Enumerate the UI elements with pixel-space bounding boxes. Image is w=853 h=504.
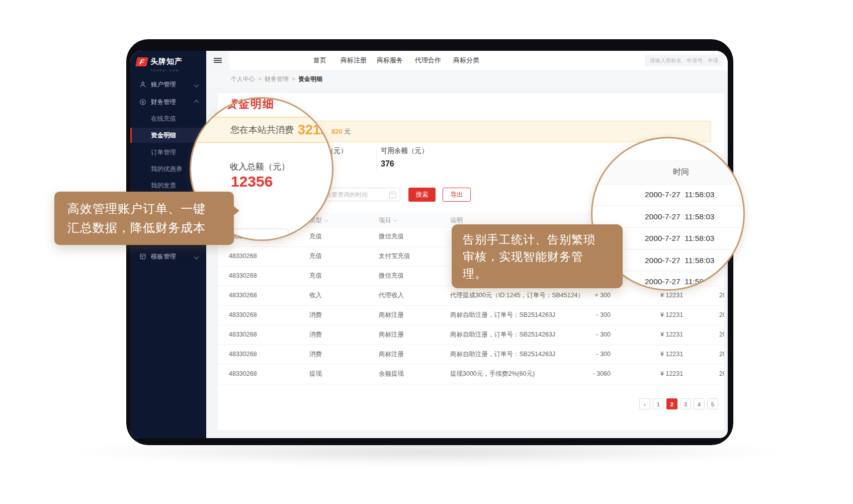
pagination-page-5[interactable]: 5: [707, 398, 718, 409]
magnified-time: 2000-7-27 11:58:03: [645, 234, 714, 243]
logo-title-text: 头牌知产: [150, 57, 183, 65]
table-row: 48330268 提现 余额提现 提现3000元，手续费2%(60元) - 30…: [218, 364, 724, 384]
cell-type: 充值: [309, 266, 322, 286]
sidebar-item-label: 我的发票: [151, 182, 176, 190]
cell-balance: ¥ 12231: [660, 364, 683, 384]
cell-time: 2000-7-27: [719, 325, 724, 345]
top-navbar: 首页 商标注册 商标服务 代理合作 商标分类: [206, 51, 728, 70]
cell-time: 2000-7-27: [719, 364, 724, 384]
sidebar-item-label: 订单管理: [151, 148, 176, 157]
cell-desc: 提现3000元，手续费2%(60元): [450, 364, 535, 384]
cell-amount: - 300: [570, 345, 611, 364]
sidebar-item-label: 财务管理: [151, 98, 176, 107]
nav-agent-coop[interactable]: 代理合作: [415, 51, 441, 70]
cell-desc: 商标自助注册，订单号：SB2514263J: [450, 325, 555, 345]
breadcrumb-part[interactable]: 财务管理: [265, 75, 289, 82]
divider: [592, 205, 743, 206]
cell-type: 消费: [309, 325, 322, 345]
table-row: 48330268 消费 商标注册 商标自助注册，订单号：SB2514263J -…: [218, 345, 724, 365]
magnified-time: 2000-7-27 11:58:03: [645, 256, 714, 265]
pagination-page-4[interactable]: 4: [694, 398, 705, 409]
cell-time: 2000-7-27: [719, 286, 724, 305]
pagination-page-1[interactable]: 1: [653, 398, 664, 409]
magnified-income-label: 收入总额（元）: [230, 161, 290, 173]
banner-amount-value: 820: [331, 128, 343, 135]
nav-home[interactable]: 首页: [313, 51, 326, 70]
sidebar-item-label: 模板管理: [151, 253, 176, 261]
magnified-banner-prefix: 您在本站共消费: [230, 124, 294, 136]
cell-amount: + 300: [570, 286, 611, 305]
table-row: 48330268 消费 商标注册 商标自助注册，订单号：SB2514263J -…: [218, 325, 724, 345]
hamburger-icon: [214, 57, 222, 64]
table-row: 48330268 消费 商标注册 商标自助注册，订单号：SB2514263J -…: [218, 305, 724, 325]
magnified-income-value: 12356: [231, 173, 273, 190]
cell-amount: - 300: [570, 305, 611, 325]
breadcrumb-bar: 个人中心>财务管理>资金明细: [206, 70, 728, 88]
export-button[interactable]: 导出: [443, 188, 471, 202]
cell-order: 48330268: [229, 246, 257, 266]
search-button[interactable]: 搜索: [408, 188, 436, 202]
logo-icon: F: [135, 57, 148, 66]
breadcrumb: 个人中心>财务管理>资金明细: [231, 70, 322, 88]
cell-project: 微信充值: [379, 266, 404, 286]
stat-balance-label: 可用余额（元）: [381, 146, 429, 155]
sidebar-item-label: 我的优惠券: [151, 165, 183, 174]
breadcrumb-current: 资金明细: [298, 75, 322, 82]
canvas: F 头牌知产 TOUPAI.COM 账户管理: [0, 0, 853, 504]
cell-project: 商标注册: [379, 325, 404, 345]
cell-balance: ¥ 12231: [660, 305, 683, 325]
cell-desc: 商标自助注册，订单号：SB2514263J: [450, 345, 555, 364]
breadcrumb-separator: >: [292, 75, 295, 82]
sort-caret-icon[interactable]: [324, 218, 328, 222]
chevron-down-icon: [194, 82, 199, 87]
pagination-prev[interactable]: ‹: [639, 398, 650, 409]
global-search-input[interactable]: [645, 54, 723, 66]
cell-desc: 代理提成300元（ID:1245，订单号：SB45124）: [450, 286, 584, 305]
sidebar-item-account[interactable]: 账户管理: [130, 77, 206, 92]
cell-amount: - 300: [570, 325, 611, 345]
magnified-time: 2000-7-27 11:58:03: [645, 190, 714, 199]
cell-amount: - 3060: [570, 364, 611, 384]
nav-trademark-register[interactable]: 商标注册: [340, 51, 367, 70]
tooltip-right: 告别手工统计、告别繁琐 审核，实现智能财务管 理。: [452, 224, 623, 288]
th-project[interactable]: 项目: [379, 213, 397, 228]
cell-order: 48330268: [229, 345, 257, 364]
chevron-up-icon: [194, 100, 199, 105]
cell-order: 48330268: [229, 305, 257, 325]
cell-order: 48330268: [229, 286, 257, 305]
cell-type: 充值: [309, 246, 322, 266]
menu-toggle[interactable]: [206, 51, 229, 70]
pagination-page-3[interactable]: 3: [680, 398, 691, 409]
calendar-icon[interactable]: [389, 192, 396, 198]
nav-trademark-category[interactable]: 商标分类: [453, 51, 479, 70]
cell-order: 48330268: [229, 325, 257, 345]
tooltip-left-arrow: [232, 205, 239, 216]
magnified-time: 2000-7-27 11:58:03: [645, 212, 714, 221]
sidebar-item-templates[interactable]: 模板管理: [130, 249, 206, 264]
magnified-time-header: 时间: [673, 167, 689, 178]
sidebar-item-label: 资金明细: [151, 131, 176, 140]
sort-caret-icon[interactable]: [393, 218, 397, 222]
cell-project: 商标注册: [379, 305, 404, 325]
logo-title: 头牌知产 TOUPAI.COM: [150, 57, 183, 74]
cell-type: 充值: [309, 227, 322, 246]
logo-subtitle: TOUPAI.COM: [150, 66, 183, 74]
sidebar-item-recharge[interactable]: 在线充值: [130, 111, 206, 126]
stat-divider: [376, 148, 377, 171]
stat-balance-value: 376: [381, 159, 394, 169]
cell-time: 2000-7-27: [719, 305, 724, 325]
nav-trademark-service[interactable]: 商标服务: [377, 51, 403, 70]
pagination-page-2[interactable]: 2: [666, 398, 677, 409]
cell-desc: 商标自助注册，订单号：SB2514263J: [450, 305, 555, 325]
table-row: 48330268 收入 代理收入 代理提成300元（ID:1245，订单号：SB…: [218, 286, 724, 306]
breadcrumb-separator: >: [258, 75, 262, 82]
tooltip-left: 高效管理账户订单、一键 汇总数据，降低财务成本: [54, 192, 234, 245]
cell-balance: ¥ 12231: [660, 345, 683, 364]
cell-project: 商标注册: [379, 345, 404, 364]
breadcrumb-part[interactable]: 个人中心: [231, 75, 255, 82]
cell-project: 支付宝充值: [379, 246, 410, 266]
cell-type: 提现: [309, 364, 322, 384]
magnified-header-band: [592, 160, 743, 185]
cell-order: 48330268: [229, 364, 257, 384]
sidebar-item-finance[interactable]: 财务管理: [130, 95, 206, 110]
